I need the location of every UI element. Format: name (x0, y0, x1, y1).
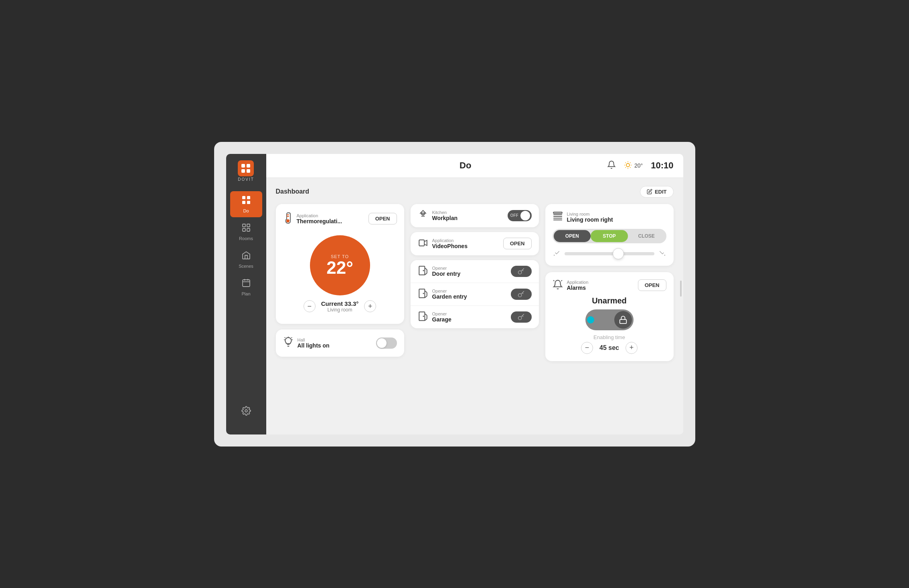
sidebar-item-plan[interactable]: Plan (230, 274, 262, 300)
kitchen-header-left: Kitchen Workplan (418, 210, 458, 222)
hall-toggle[interactable] (376, 337, 397, 349)
svg-point-17 (626, 163, 630, 166)
sidebar-settings (230, 402, 262, 428)
garage-label-top: Opener (432, 311, 451, 316)
hall-label-top: Hall (298, 337, 330, 342)
alarm-lock-button[interactable] (614, 311, 632, 329)
garage-toggle[interactable] (511, 311, 532, 323)
svg-rect-1 (247, 164, 250, 168)
alarms-open-button[interactable]: OPEN (638, 279, 666, 291)
cards-grid: Application Thermoregulati... OPEN SET T… (276, 204, 674, 361)
videophone-label-top: Application (432, 238, 468, 243)
alarm-label-top: Application (567, 280, 589, 285)
garden-entry-toggle[interactable] (511, 289, 532, 300)
sidebar: DOVIT Do (226, 154, 266, 434)
alarms-card: Application Alarms OPEN Unarmed (545, 272, 674, 361)
temp-increase-button[interactable]: + (364, 300, 376, 312)
blind-icon (553, 211, 563, 223)
door-entry-row: Opener Door entry (411, 260, 539, 283)
kitchen-toggle[interactable]: OFF (508, 210, 532, 221)
hall-light-icon (283, 337, 294, 350)
sidebar-item-settings[interactable] (230, 402, 262, 422)
scenes-label: Scenes (239, 264, 253, 269)
svg-rect-65 (619, 319, 626, 323)
svg-point-55 (518, 316, 521, 319)
thermo-header-left: Application Thermoregulati... (283, 211, 342, 226)
door-entry-left: Opener Door entry (418, 265, 461, 277)
blind-right-icon (658, 249, 666, 259)
garden-entry-label-top: Opener (432, 289, 467, 293)
sidebar-item-rooms[interactable]: Rooms (230, 219, 262, 245)
current-room: Living room (321, 307, 359, 313)
time-increase-button[interactable]: + (626, 342, 638, 354)
door-icon (418, 265, 428, 277)
svg-point-26 (286, 219, 290, 222)
svg-rect-4 (242, 196, 245, 199)
current-temp: Current 33.3° (321, 300, 359, 307)
kitchen-toggle-label: OFF (510, 213, 518, 218)
main-content: Do (266, 154, 683, 434)
blind-slider[interactable] (565, 252, 654, 255)
slider-thumb[interactable] (613, 248, 624, 259)
header: Do (266, 154, 683, 178)
living-room-header: Living room Living room right (553, 211, 666, 223)
garden-entry-row: Opener Garden entry (411, 283, 539, 306)
dovit-logo-icon (238, 160, 254, 176)
svg-rect-28 (287, 216, 289, 217)
bell-icon[interactable] (607, 160, 616, 171)
thermo-circle-area: SET TO 22° − Current 33.3° Living room (283, 231, 397, 317)
svg-rect-34 (421, 213, 425, 214)
svg-rect-37 (419, 240, 424, 246)
kitchen-card: Kitchen Workplan OFF (411, 204, 539, 227)
thermo-header: Application Thermoregulati... OPEN (283, 211, 397, 226)
videophone-header-left: Application VideoPhones (418, 238, 468, 250)
blind-stop-button[interactable]: STOP (591, 230, 628, 242)
svg-rect-3 (247, 169, 250, 173)
svg-rect-10 (243, 228, 245, 231)
edit-button[interactable]: EDIT (640, 186, 674, 198)
slider-row (553, 249, 666, 259)
svg-point-48 (423, 293, 424, 294)
current-info: Current 33.3° Living room (321, 300, 359, 313)
kitchen-lamp-icon (418, 210, 428, 222)
alarm-toggle[interactable] (585, 309, 634, 330)
thermoregulation-card: Application Thermoregulati... OPEN SET T… (276, 204, 404, 324)
svg-point-62 (664, 255, 665, 256)
alarm-label-main: Alarms (567, 285, 589, 291)
alarm-header-left: Application Alarms (553, 279, 589, 291)
svg-line-20 (626, 162, 626, 163)
blind-controls: OPEN STOP CLOSE (553, 229, 666, 243)
svg-line-24 (626, 167, 626, 168)
videophones-open-button[interactable]: OPEN (503, 238, 532, 249)
blind-close-button[interactable]: CLOSE (628, 230, 665, 242)
door-entry-toggle[interactable] (511, 266, 532, 277)
blind-open-button[interactable]: OPEN (554, 230, 591, 242)
svg-line-64 (561, 280, 562, 281)
door-entry-label-top: Opener (432, 266, 461, 271)
scenes-icon (241, 251, 251, 262)
svg-rect-11 (247, 228, 250, 231)
door-entry-labels: Opener Door entry (432, 266, 461, 277)
dashboard-area: Dashboard EDIT (266, 178, 683, 434)
rooms-icon (241, 223, 251, 234)
kitchen-label-top: Kitchen (432, 210, 458, 215)
unarmed-title: Unarmed (553, 296, 666, 305)
thermo-label-top: Application (297, 213, 342, 218)
videophone-icon (418, 238, 428, 250)
sidebar-item-do[interactable]: Do (230, 191, 262, 217)
temp-decrease-button[interactable]: − (304, 300, 316, 312)
enabling-time-value: 45 sec (599, 344, 619, 352)
thermoregulation-open-button[interactable]: OPEN (368, 213, 397, 224)
garden-entry-left: Opener Garden entry (418, 288, 467, 300)
sun-icon (624, 161, 632, 170)
dashboard-title: Dashboard (276, 188, 310, 195)
enabling-time-row: − 45 sec + (553, 342, 666, 354)
svg-rect-12 (243, 280, 250, 287)
logo-text: DOVIT (238, 177, 254, 182)
alarm-header: Application Alarms OPEN (553, 279, 666, 291)
sidebar-item-scenes[interactable]: Scenes (230, 247, 262, 273)
plan-label: Plan (241, 291, 250, 296)
time-decrease-button[interactable]: − (581, 342, 593, 354)
svg-rect-6 (242, 201, 245, 204)
temperature-display: 20° (634, 162, 643, 169)
